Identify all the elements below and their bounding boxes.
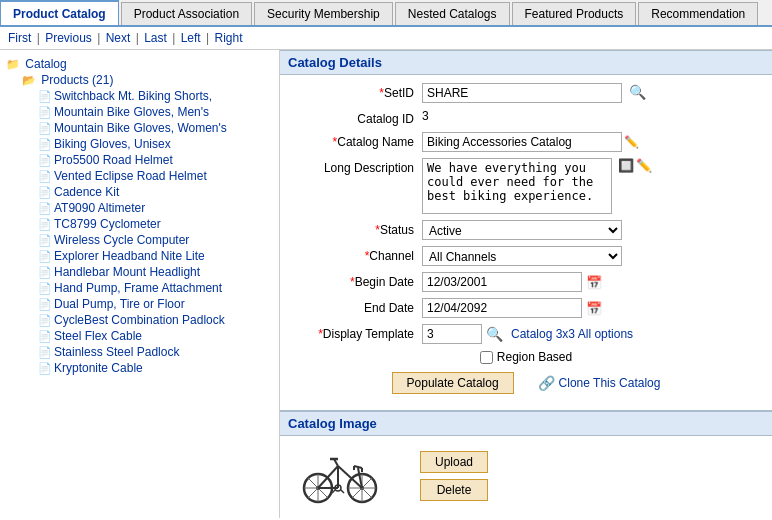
product-tree-item[interactable]: 📄CycleBest Combination Padlock <box>38 312 273 328</box>
long-desc-textarea[interactable]: We have everything you could ever need f… <box>422 158 612 214</box>
product-icon: 📄 <box>38 234 52 246</box>
last-link[interactable]: Last <box>144 31 167 45</box>
end-date-input[interactable] <box>422 298 582 318</box>
product-label[interactable]: Handlebar Mount Headlight <box>54 265 200 279</box>
catalog-name-input[interactable] <box>422 132 622 152</box>
begin-date-label: *Begin Date <box>292 272 422 289</box>
product-label[interactable]: Biking Gloves, Unisex <box>54 137 171 151</box>
tab-recommendation[interactable]: Recommendation <box>638 2 758 25</box>
products-folder-item[interactable]: 📂 Products (21) <box>22 72 273 88</box>
status-select[interactable]: Active Inactive <box>422 220 622 240</box>
setid-row: *SetID 🔍 <box>292 83 760 103</box>
clone-catalog-link[interactable]: 🔗 Clone This Catalog <box>538 375 661 391</box>
product-tree-item[interactable]: 📄TC8799 Cyclometer <box>38 216 273 232</box>
product-label[interactable]: Mountain Bike Gloves, Men's <box>54 105 209 119</box>
setid-input[interactable] <box>422 83 622 103</box>
display-template-control: 🔍 Catalog 3x3 All options <box>422 324 760 344</box>
begin-date-calendar-icon[interactable]: 📅 <box>586 275 602 290</box>
product-icon: 📄 <box>38 138 52 150</box>
first-link[interactable]: First <box>8 31 31 45</box>
catalog-image-header: Catalog Image <box>280 411 772 436</box>
populate-catalog-button[interactable]: Populate Catalog <box>392 372 514 394</box>
status-label: *Status <box>292 220 422 237</box>
catalog-details-header: Catalog Details <box>280 50 772 75</box>
product-tree-item[interactable]: 📄Vented Eclipse Road Helmet <box>38 168 273 184</box>
product-label[interactable]: TC8799 Cyclometer <box>54 217 161 231</box>
product-icon: 📄 <box>38 170 52 182</box>
previous-link[interactable]: Previous <box>45 31 92 45</box>
channel-select[interactable]: All Channels Web Mobile <box>422 246 622 266</box>
delete-button[interactable]: Delete <box>420 479 488 501</box>
long-desc-icons: 🔲 ✏️ <box>616 158 652 173</box>
product-label[interactable]: Cadence Kit <box>54 185 119 199</box>
product-label[interactable]: AT9090 Altimeter <box>54 201 145 215</box>
catalog-root-item[interactable]: 📁 Catalog <box>6 56 273 72</box>
channel-label: *Channel <box>292 246 422 263</box>
product-tree-item[interactable]: 📄Stainless Steel Padlock <box>38 344 273 360</box>
upload-button[interactable]: Upload <box>420 451 488 473</box>
product-tree-item[interactable]: 📄Dual Pump, Tire or Floor <box>38 296 273 312</box>
begin-date-input[interactable] <box>422 272 582 292</box>
end-date-calendar-icon[interactable]: 📅 <box>586 301 602 316</box>
product-label[interactable]: Wireless Cycle Computer <box>54 233 189 247</box>
status-row: *Status Active Inactive <box>292 220 760 240</box>
next-link[interactable]: Next <box>106 31 131 45</box>
product-label[interactable]: Pro5500 Road Helmet <box>54 153 173 167</box>
product-label[interactable]: Vented Eclipse Road Helmet <box>54 169 207 183</box>
display-template-search-icon[interactable]: 🔍 <box>486 326 503 342</box>
product-items: 📄Switchback Mt. Biking Shorts,📄Mountain … <box>38 88 273 376</box>
product-label[interactable]: Explorer Headband Nite Lite <box>54 249 205 263</box>
catalog-image-section: Catalog Image <box>280 410 772 516</box>
end-date-control: 📅 <box>422 298 760 318</box>
display-template-label: *Display Template <box>292 324 422 341</box>
product-label[interactable]: Mountain Bike Gloves, Women's <box>54 121 227 135</box>
product-icon: 📄 <box>38 282 52 294</box>
product-tree-item[interactable]: 📄Explorer Headband Nite Lite <box>38 248 273 264</box>
tab-product-catalog[interactable]: Product Catalog <box>0 0 119 25</box>
long-desc-edit-icon[interactable]: ✏️ <box>636 158 652 173</box>
product-tree-item[interactable]: 📄Mountain Bike Gloves, Women's <box>38 120 273 136</box>
catalog-root-label[interactable]: Catalog <box>25 57 66 71</box>
product-tree-item[interactable]: 📄Biking Gloves, Unisex <box>38 136 273 152</box>
product-tree-item[interactable]: 📄Steel Flex Cable <box>38 328 273 344</box>
product-tree-item[interactable]: 📄Switchback Mt. Biking Shorts, <box>38 88 273 104</box>
catalog-name-label: *Catalog Name <box>292 132 422 149</box>
product-label[interactable]: CycleBest Combination Padlock <box>54 313 225 327</box>
product-tree-item[interactable]: 📄Hand Pump, Frame Attachment <box>38 280 273 296</box>
setid-search-icon[interactable]: 🔍 <box>629 84 646 100</box>
product-label[interactable]: Stainless Steel Padlock <box>54 345 179 359</box>
right-link[interactable]: Right <box>214 31 242 45</box>
product-tree-item[interactable]: 📄Mountain Bike Gloves, Men's <box>38 104 273 120</box>
product-tree-item[interactable]: 📄Kryptonite Cable <box>38 360 273 376</box>
tab-security-membership[interactable]: Security Membership <box>254 2 393 25</box>
tab-nested-catalogs[interactable]: Nested Catalogs <box>395 2 510 25</box>
catalog-image <box>300 446 380 506</box>
image-buttons: Upload Delete <box>420 451 488 501</box>
product-tree-item[interactable]: 📄Cadence Kit <box>38 184 273 200</box>
catalog-name-row: *Catalog Name ✏️ <box>292 132 760 152</box>
product-tree-item[interactable]: 📄Wireless Cycle Computer <box>38 232 273 248</box>
action-buttons-row: Populate Catalog 🔗 Clone This Catalog <box>292 372 760 394</box>
region-based-checkbox[interactable] <box>480 351 493 364</box>
product-tree-item[interactable]: 📄Handlebar Mount Headlight <box>38 264 273 280</box>
setid-control: 🔍 <box>422 83 760 103</box>
long-desc-expand-icon[interactable]: 🔲 <box>618 158 634 173</box>
product-icon: 📄 <box>38 202 52 214</box>
tab-featured-products[interactable]: Featured Products <box>512 2 637 25</box>
product-label[interactable]: Dual Pump, Tire or Floor <box>54 297 185 311</box>
left-link[interactable]: Left <box>181 31 201 45</box>
product-icon: 📄 <box>38 90 52 102</box>
product-label[interactable]: Steel Flex Cable <box>54 329 142 343</box>
product-icon: 📄 <box>38 250 52 262</box>
catalog-name-edit-icon[interactable]: ✏️ <box>624 135 639 149</box>
product-tree-item[interactable]: 📄AT9090 Altimeter <box>38 200 273 216</box>
product-label[interactable]: Switchback Mt. Biking Shorts, <box>54 89 212 103</box>
product-tree-item[interactable]: 📄Pro5500 Road Helmet <box>38 152 273 168</box>
tab-product-association[interactable]: Product Association <box>121 2 252 25</box>
product-label[interactable]: Hand Pump, Frame Attachment <box>54 281 222 295</box>
products-folder-label[interactable]: Products (21) <box>41 73 113 87</box>
tree-children: 📂 Products (21) 📄Switchback Mt. Biking S… <box>22 72 273 376</box>
display-template-input[interactable] <box>422 324 482 344</box>
product-label[interactable]: Kryptonite Cable <box>54 361 143 375</box>
catalog-details-form: *SetID 🔍 Catalog ID 3 *Catalog Name ✏️ <box>280 75 772 410</box>
